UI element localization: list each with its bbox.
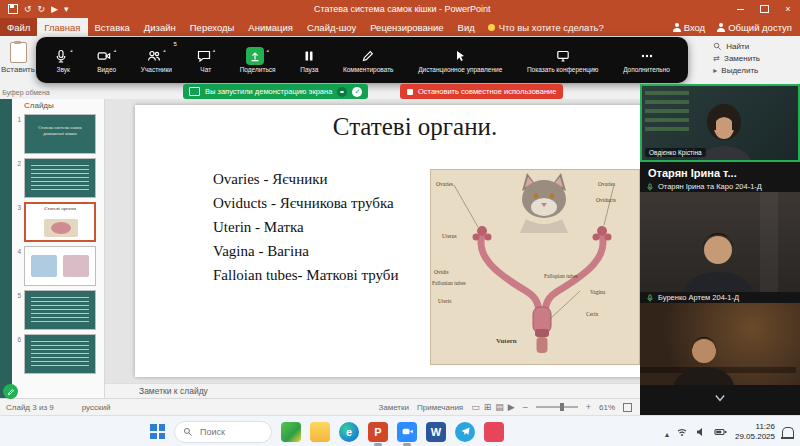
explorer-icon[interactable] — [310, 422, 330, 442]
redo-icon[interactable]: ↻ — [38, 5, 46, 14]
eye-icon[interactable] — [337, 87, 347, 97]
edge-icon[interactable]: e — [339, 422, 359, 442]
minimize-button[interactable] — [728, 0, 752, 18]
remote-control-button[interactable]: Дистанционное управление — [414, 37, 506, 83]
pause-icon — [302, 49, 316, 63]
participant-video[interactable] — [640, 303, 800, 385]
more-button[interactable]: Дополнительно — [619, 37, 674, 83]
zoom-app-icon[interactable] — [397, 422, 417, 442]
current-slide[interactable]: Статеві органи. Ovaries - Яєчники Oviduc… — [135, 105, 640, 377]
audio-button[interactable]: Звук — [50, 37, 77, 83]
notes-toggle[interactable]: Заметки — [378, 403, 409, 412]
tab-animations[interactable]: Анимация — [241, 18, 300, 36]
tray-chevron-icon[interactable] — [665, 423, 669, 441]
slide-thumbnail-4[interactable] — [24, 246, 96, 286]
chevron-up-icon[interactable] — [70, 47, 73, 65]
chat-button[interactable]: Чат — [193, 37, 220, 83]
fit-slide-icon[interactable] — [623, 403, 632, 412]
tab-file[interactable]: Файл — [0, 18, 37, 36]
notifications-icon[interactable] — [782, 427, 794, 437]
thumbnail-row: 2 — [12, 156, 104, 200]
panel-collapse-chevron[interactable] — [640, 385, 800, 411]
clipboard-group-label: Буфер обмена — [0, 89, 52, 96]
participant-figure — [640, 303, 796, 385]
start-button[interactable] — [150, 424, 165, 439]
diagram-label: Fallopian tubes — [544, 273, 578, 279]
wifi-icon[interactable] — [676, 426, 688, 438]
diagram-label: Fallonian tubes — [432, 280, 466, 286]
taskbar-search[interactable] — [174, 421, 272, 443]
windows-taskbar: e P W 11:26 29.05.2025 — [0, 415, 800, 446]
chevron-up-icon[interactable] — [213, 47, 216, 65]
sign-in-button[interactable]: Вход — [673, 22, 706, 33]
volume-icon[interactable] — [695, 426, 707, 438]
diagram-label: Ovaries — [598, 181, 615, 187]
powerpoint-icon[interactable]: P — [368, 422, 388, 442]
close-button[interactable]: × — [776, 0, 800, 18]
tab-review[interactable]: Рецензирование — [363, 18, 450, 36]
share-screen-button[interactable]: Поделиться — [236, 37, 280, 83]
save-icon[interactable] — [8, 4, 18, 14]
slide-thumbnail-6[interactable] — [24, 334, 96, 374]
replace-button[interactable]: Заменить — [713, 54, 760, 63]
tab-home[interactable]: Главная — [37, 18, 87, 36]
participant-row[interactable]: Буренко Артем 204-1-Д — [640, 292, 800, 303]
annotation-floating-button[interactable] — [3, 384, 18, 399]
restore-button[interactable] — [752, 0, 776, 18]
active-speaker-video[interactable]: Овдієнко Крістіна — [640, 84, 800, 162]
widgets-icon[interactable] — [281, 422, 301, 442]
language-indicator[interactable]: русский — [82, 403, 111, 412]
check-icon[interactable]: ✓ — [352, 87, 362, 97]
search-input[interactable] — [198, 426, 262, 438]
screen: ↺ ↻ ▶ ▾ Статева система самок кішки - Po… — [0, 0, 800, 446]
tell-me-box[interactable]: Что вы хотите сделать? — [482, 18, 610, 36]
tab-design[interactable]: Дизайн — [137, 18, 183, 36]
word-icon[interactable]: W — [426, 422, 446, 442]
find-button[interactable]: Найти — [713, 42, 760, 51]
chevron-up-icon[interactable] — [163, 47, 166, 65]
tab-insert[interactable]: Вставка — [88, 18, 137, 36]
view-mode-buttons[interactable]: ▭⊞▤▶ — [471, 402, 515, 412]
find-icon — [713, 42, 722, 51]
slides-panel-tab[interactable]: Слайды — [12, 99, 104, 112]
normal-view-icon: ▭ — [471, 402, 480, 412]
chevron-up-icon[interactable] — [266, 47, 269, 65]
taskbar-clock[interactable]: 11:26 29.05.2025 — [735, 422, 775, 442]
undo-icon[interactable]: ↺ — [24, 5, 32, 14]
paste-button[interactable]: Вставить — [0, 38, 36, 74]
slide-thumbnail-1[interactable]: Статева система самок домашньої кішки — [24, 114, 96, 154]
zoom-in-button[interactable]: + — [586, 402, 591, 412]
slide-thumbnail-3-selected[interactable]: Статеві органи — [24, 202, 96, 242]
show-meeting-button[interactable]: Показать конференцию — [523, 37, 603, 83]
participant-row[interactable]: Отарян Ірина та Каро 204-1-Д — [640, 181, 800, 192]
annotate-button[interactable]: Комментировать — [339, 37, 398, 83]
thumbnail-row: 5 — [12, 288, 104, 332]
tab-view[interactable]: Вид — [451, 18, 482, 36]
comments-toggle[interactable]: Примечания — [417, 403, 463, 412]
slide-thumbnail-5[interactable] — [24, 290, 96, 330]
video-button[interactable]: Видео — [93, 37, 120, 83]
pause-share-button[interactable]: Пауза — [296, 37, 322, 83]
select-button[interactable]: Выделить — [713, 66, 760, 75]
clipboard-icon — [10, 42, 27, 63]
slide-thumbnail-2[interactable] — [24, 158, 96, 198]
camera-icon — [401, 425, 414, 438]
media-icon[interactable] — [484, 422, 504, 442]
telegram-icon[interactable] — [455, 422, 475, 442]
participants-button[interactable]: 5 Участники — [137, 37, 176, 83]
tab-transitions[interactable]: Переходы — [183, 18, 242, 36]
customize-qat-icon[interactable]: ▾ — [64, 5, 69, 14]
zoom-slider[interactable] — [536, 406, 578, 408]
share-button[interactable]: Общий доступ — [717, 22, 792, 33]
zoom-percent[interactable]: 61% — [599, 403, 615, 412]
select-icon — [713, 66, 717, 75]
tab-slideshow[interactable]: Слайд-шоу — [300, 18, 363, 36]
chevron-up-icon[interactable] — [113, 47, 116, 65]
zoom-slider-thumb[interactable] — [560, 403, 564, 411]
notes-pane[interactable]: Заметки к слайду — [105, 383, 640, 398]
participant-video[interactable] — [640, 192, 800, 292]
zoom-out-button[interactable]: – — [523, 402, 528, 412]
start-slideshow-icon[interactable]: ▶ — [51, 5, 58, 14]
stop-share-button[interactable]: Остановить совместное использование — [400, 84, 563, 99]
battery-icon[interactable] — [714, 426, 728, 438]
